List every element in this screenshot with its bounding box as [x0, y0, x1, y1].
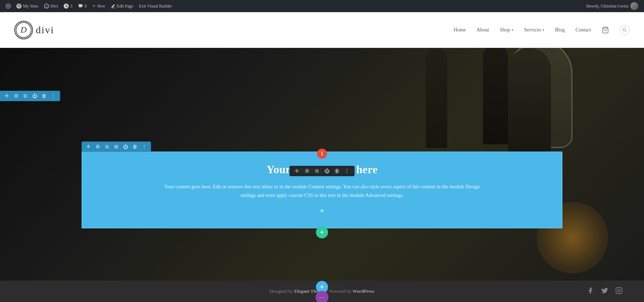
nav-search[interactable]: [620, 25, 630, 35]
site-header: D divi Home About Shop ▾ Services ▾ Blog…: [0, 12, 644, 48]
nav-services[interactable]: Services ▾: [524, 27, 544, 33]
user-info: Howdy, Christina Gwira: [583, 2, 641, 10]
comments-item[interactable]: 0: [75, 0, 89, 12]
section-clone-icon[interactable]: ⧉: [104, 144, 110, 150]
shop-dropdown-arrow: ▾: [512, 28, 513, 32]
blue-content-section: Your content goes here Your content goes…: [82, 152, 562, 228]
footer-social: [587, 287, 623, 296]
nav-blog[interactable]: Blog: [555, 27, 565, 33]
section-number-badge: 1: [317, 149, 327, 159]
svg-text:D: D: [20, 25, 26, 34]
logo-circle: D: [14, 21, 33, 39]
module-more-icon[interactable]: ⋮: [344, 168, 350, 174]
module-toolbar: ✛ ⚙ ⧉ ⏻ 🗑 ⋮: [289, 166, 355, 176]
svg-line-6: [625, 30, 626, 31]
content-body: Your content goes here. Edit or remove t…: [161, 183, 483, 200]
nav-contact[interactable]: Contact: [575, 27, 591, 33]
row-delete-icon[interactable]: 🗑: [41, 93, 47, 99]
nav-cart-icon[interactable]: [602, 26, 609, 34]
wp-logo-item[interactable]: [3, 0, 14, 12]
my-sites-item[interactable]: My Sites: [14, 0, 41, 12]
services-dropdown-arrow: ▾: [542, 28, 544, 32]
add-module-button[interactable]: +: [316, 206, 328, 217]
site-logo[interactable]: D divi: [14, 21, 54, 39]
row-more-icon[interactable]: ⋮: [50, 93, 57, 99]
bg-bottle-3: [483, 48, 508, 144]
new-item[interactable]: + New: [89, 0, 108, 12]
module-clone-icon[interactable]: ⧉: [314, 168, 320, 174]
nav-about[interactable]: About: [477, 27, 489, 33]
more-options-button[interactable]: ···: [316, 291, 328, 302]
row-clone-icon[interactable]: ⧉: [22, 93, 29, 99]
nav-home[interactable]: Home: [454, 27, 466, 33]
module-delete-icon[interactable]: 🗑: [334, 168, 340, 174]
module-toggle-icon[interactable]: ⏻: [324, 168, 330, 174]
section-more-icon[interactable]: ⋮: [141, 144, 147, 150]
row-move-icon[interactable]: ✛: [4, 93, 10, 99]
module-move-icon[interactable]: ✛: [294, 168, 300, 174]
section-settings-icon[interactable]: ⚙: [94, 144, 101, 150]
nav-shop[interactable]: Shop ▾: [500, 27, 513, 33]
section-move-icon[interactable]: ✛: [85, 144, 92, 150]
section-columns-icon[interactable]: ⊞: [113, 144, 119, 150]
divi-item[interactable]: d Divi: [41, 0, 61, 12]
module-settings-icon[interactable]: ⚙: [304, 168, 310, 174]
facebook-icon[interactable]: [587, 287, 594, 296]
section-toggle-icon[interactable]: ⏻: [122, 144, 129, 150]
row-settings-icon[interactable]: ⚙: [13, 93, 19, 99]
section-delete-icon[interactable]: 🗑: [132, 144, 138, 150]
admin-bar: My Sites d Divi 3 0 + New Edit Page Exit…: [0, 0, 644, 12]
exit-builder-item[interactable]: Exit Visual Builder: [136, 0, 175, 12]
row-toolbar: ✛ ⚙ ⧉ ⏻ 🗑 ⋮: [0, 91, 60, 101]
svg-rect-7: [616, 287, 622, 293]
twitter-icon[interactable]: [601, 287, 608, 296]
updates-item[interactable]: 3: [61, 0, 75, 12]
main-content: ✛ ⚙ ⧉ ⏻ 🗑 ⋮ ✛ ⚙ ⧉ ⊞ ⏻ 🗑 ⋮ 1 ✛ ⚙ ⧉ ⏻ 🗑 ⋮ …: [0, 48, 644, 302]
edit-page-item[interactable]: Edit Page: [108, 0, 136, 12]
svg-point-5: [623, 28, 626, 31]
instagram-icon[interactable]: [615, 287, 623, 296]
section-toolbar: ✛ ⚙ ⧉ ⊞ ⏻ 🗑 ⋮: [82, 142, 151, 152]
site-nav: Home About Shop ▾ Services ▾ Blog Contac…: [454, 25, 630, 35]
logo-text: divi: [36, 24, 54, 36]
add-section-teal-button[interactable]: +: [316, 226, 328, 238]
svg-text:d: d: [46, 5, 48, 8]
user-avatar: [630, 2, 638, 10]
bg-bottle: [426, 48, 447, 148]
row-toggle-icon[interactable]: ⏻: [31, 93, 38, 99]
